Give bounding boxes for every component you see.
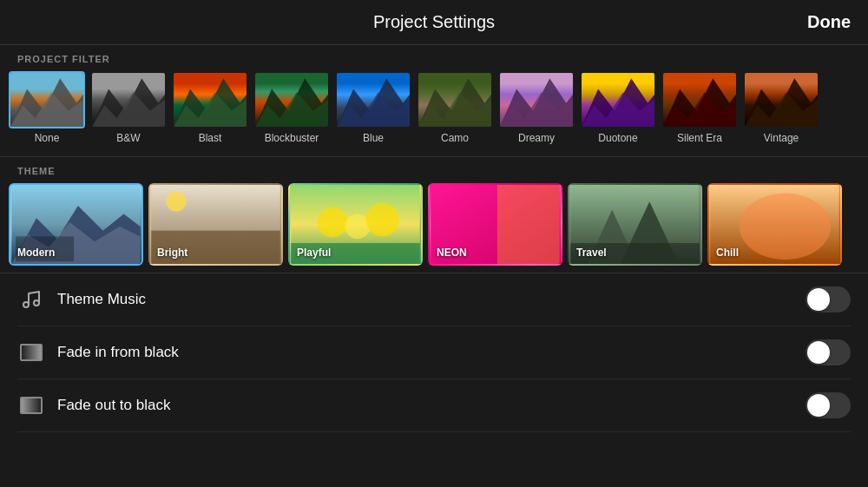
filter-item-none[interactable]: None: [9, 71, 85, 144]
setting-row-fade-in: Fade in from black: [17, 326, 851, 379]
theme-item-playful[interactable]: Playful: [288, 183, 423, 266]
svg-point-30: [365, 203, 398, 236]
theme-label: THEME: [0, 157, 868, 183]
filter-name-blockbuster: Blockbuster: [265, 132, 319, 144]
filter-name-none: None: [35, 132, 60, 144]
toggle-theme-music[interactable]: [806, 286, 851, 313]
theme-name-bright: Bright: [157, 247, 187, 259]
svg-rect-33: [497, 185, 560, 264]
filter-name-bw: B&W: [116, 132, 140, 144]
fade-out-icon: [17, 392, 45, 419]
filter-thumb-dreamy: [498, 71, 575, 128]
page-title: Project Settings: [373, 12, 495, 32]
project-filter-label: PROJECT FILTER: [0, 45, 868, 71]
setting-row-fade-out: Fade out to black: [17, 379, 851, 432]
filter-row: None B&W Blast Blockbuster Blue Camo Dre…: [0, 71, 868, 151]
toggle-fade-in[interactable]: [806, 339, 851, 365]
theme-item-neon[interactable]: NEON: [428, 183, 562, 266]
theme-item-travel[interactable]: Travel: [568, 183, 702, 266]
done-button[interactable]: Done: [807, 12, 851, 32]
theme-section: THEME Modern Bright Playful NEON Travel …: [0, 157, 868, 273]
filter-thumb-duotone: [580, 71, 656, 128]
theme-item-chill[interactable]: Chill: [707, 183, 842, 266]
filter-item-blockbuster[interactable]: Blockbuster: [253, 71, 330, 144]
theme-name-chill: Chill: [716, 247, 739, 259]
setting-label-fade-out: Fade out to black: [57, 397, 806, 414]
svg-point-41: [34, 300, 39, 306]
filter-thumb-bw: [90, 71, 167, 128]
header: Project Settings Done: [0, 0, 868, 44]
project-filter-section: PROJECT FILTER None B&W Blast Blockbuste…: [0, 45, 868, 156]
theme-item-modern[interactable]: Modern: [9, 183, 143, 266]
toggle-knob-fade-out: [807, 394, 830, 417]
setting-label-fade-in: Fade in from black: [57, 344, 806, 361]
filter-item-silentera[interactable]: Silent Era: [661, 71, 738, 144]
settings-section: Theme MusicFade in from blackFade out to…: [0, 273, 868, 432]
filter-thumb-camo: [417, 71, 493, 128]
filter-thumb-blockbuster: [253, 71, 330, 128]
svg-point-25: [167, 192, 187, 212]
filter-name-camo: Camo: [441, 132, 469, 144]
theme-name-playful: Playful: [297, 247, 331, 259]
filter-item-duotone[interactable]: Duotone: [580, 71, 656, 144]
filter-name-dreamy: Dreamy: [518, 132, 555, 144]
svg-point-40: [23, 302, 29, 307]
filter-item-bw[interactable]: B&W: [90, 71, 167, 144]
filter-name-duotone: Duotone: [598, 132, 637, 144]
setting-row-theme-music: Theme Music: [17, 273, 851, 326]
filter-item-blue[interactable]: Blue: [335, 71, 411, 144]
filter-thumb-vintage: [743, 71, 819, 128]
toggle-knob-theme-music: [807, 288, 830, 311]
theme-item-bright[interactable]: Bright: [148, 183, 283, 266]
svg-point-28: [318, 207, 347, 237]
filter-item-blast[interactable]: Blast: [172, 71, 248, 144]
filter-name-blue: Blue: [363, 132, 384, 144]
toggle-fade-out[interactable]: [806, 392, 851, 418]
theme-name-modern: Modern: [17, 247, 55, 259]
fade-in-icon: [17, 339, 45, 366]
filter-thumb-silentera: [661, 71, 738, 128]
svg-point-39: [740, 194, 831, 260]
filter-item-dreamy[interactable]: Dreamy: [498, 71, 575, 144]
setting-label-theme-music: Theme Music: [57, 291, 806, 308]
filter-name-silentera: Silent Era: [677, 132, 722, 144]
filter-name-vintage: Vintage: [764, 132, 799, 144]
theme-row: Modern Bright Playful NEON Travel Chill: [0, 183, 868, 273]
filter-name-blast: Blast: [199, 132, 222, 144]
music-icon: [17, 286, 45, 313]
filter-item-camo[interactable]: Camo: [417, 71, 493, 144]
theme-name-neon: NEON: [437, 247, 467, 259]
filter-item-vintage[interactable]: Vintage: [743, 71, 819, 144]
filter-thumb-blast: [172, 71, 248, 128]
theme-name-travel: Travel: [576, 247, 607, 259]
filter-thumb-none: [9, 71, 85, 128]
filter-thumb-blue: [335, 71, 411, 128]
toggle-knob-fade-in: [807, 341, 830, 364]
